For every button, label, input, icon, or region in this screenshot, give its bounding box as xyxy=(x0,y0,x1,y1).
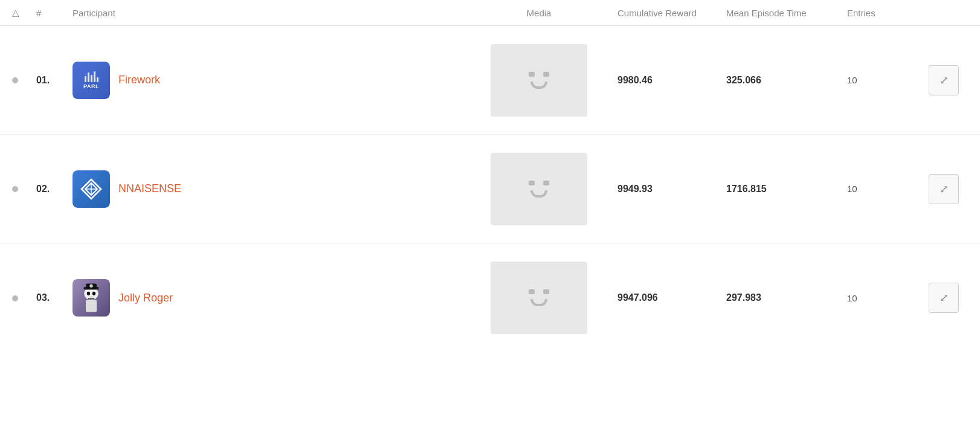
smiley-icon-1 xyxy=(529,72,549,89)
leaderboard-table: △ # Participant Media Cumulative Reward … xyxy=(0,0,980,447)
row-rank-3: 03. xyxy=(36,292,73,303)
time-value-2: 1716.815 xyxy=(726,184,767,194)
smiley-eye-left-2 xyxy=(529,181,535,185)
row-entries-3: 10 xyxy=(847,293,920,303)
participant-name-3: Jolly Roger xyxy=(118,292,173,304)
svg-rect-4 xyxy=(86,300,97,312)
row-delta-1 xyxy=(12,75,36,85)
media-placeholder-3 xyxy=(491,262,587,334)
header-rank: # xyxy=(36,8,73,18)
svg-point-10 xyxy=(92,292,95,295)
time-value-1: 325.066 xyxy=(726,75,761,85)
smiley-eye-left-3 xyxy=(529,289,535,294)
header-participant: Participant xyxy=(73,8,472,18)
header-reward: Cumulative Reward xyxy=(605,8,726,18)
table-row: 01. PARL xyxy=(0,26,980,135)
smiley-mouth-1 xyxy=(530,82,547,89)
row-action-1[interactable]: ⤢ xyxy=(920,65,968,95)
expand-button-3[interactable]: ⤢ xyxy=(929,283,959,313)
row-delta-2 xyxy=(12,184,36,194)
participant-name-2: NNAISENSE xyxy=(118,182,181,195)
participant-cell-1: PARL Firework xyxy=(73,62,472,99)
smiley-icon-2 xyxy=(529,181,549,198)
svg-point-8 xyxy=(89,285,92,288)
smiley-eye-right-3 xyxy=(543,289,549,294)
reward-value-2: 9949.93 xyxy=(617,184,653,194)
row-time-2: 1716.815 xyxy=(726,184,847,195)
row-media-1 xyxy=(472,44,605,117)
row-participant-3: Jolly Roger xyxy=(73,279,472,317)
smiley-eye-right-2 xyxy=(543,181,549,185)
row-action-2[interactable]: ⤢ xyxy=(920,174,968,204)
rank-number-1: 01. xyxy=(36,75,50,85)
media-placeholder-2 xyxy=(491,153,587,225)
participant-name-1: Firework xyxy=(118,74,160,86)
smiley-eye-right-1 xyxy=(543,72,549,77)
entries-value-1: 10 xyxy=(847,75,857,85)
participant-cell-2: NNAISENSE xyxy=(73,170,472,208)
status-dot-1 xyxy=(12,77,18,83)
table-row: 02. NNAISENSE xyxy=(0,135,980,243)
row-reward-1: 9980.46 xyxy=(605,75,726,86)
row-media-2 xyxy=(472,153,605,225)
rank-number-3: 03. xyxy=(36,292,50,303)
header-delta: △ xyxy=(12,7,36,18)
smiley-eyes-3 xyxy=(529,289,549,294)
row-rank-1: 01. xyxy=(36,75,73,86)
row-time-1: 325.066 xyxy=(726,75,847,86)
row-reward-3: 9947.096 xyxy=(605,292,726,303)
media-placeholder-1 xyxy=(491,44,587,117)
header-entries: Entries xyxy=(847,8,920,18)
status-dot-2 xyxy=(12,186,18,192)
row-action-3[interactable]: ⤢ xyxy=(920,283,968,313)
table-header: △ # Participant Media Cumulative Reward … xyxy=(0,0,980,26)
participant-cell-3: Jolly Roger xyxy=(73,279,472,317)
row-media-3 xyxy=(472,262,605,334)
row-participant-1: PARL Firework xyxy=(73,62,472,99)
svg-point-9 xyxy=(87,292,90,295)
smiley-eyes-2 xyxy=(529,181,549,185)
expand-button-2[interactable]: ⤢ xyxy=(929,174,959,204)
row-reward-2: 9949.93 xyxy=(605,184,726,195)
row-delta-3 xyxy=(12,293,36,303)
expand-button-1[interactable]: ⤢ xyxy=(929,65,959,95)
smiley-mouth-2 xyxy=(530,190,547,198)
avatar-nnaisense xyxy=(73,170,110,208)
reward-value-1: 9980.46 xyxy=(617,75,653,85)
header-time: Mean Episode Time xyxy=(726,8,847,18)
avatar-firework: PARL xyxy=(73,62,110,99)
rank-number-2: 02. xyxy=(36,184,50,194)
smiley-eye-left-1 xyxy=(529,72,535,77)
row-time-3: 297.983 xyxy=(726,292,847,303)
table-row: 03. xyxy=(0,243,980,352)
svg-point-11 xyxy=(91,295,92,297)
entries-value-3: 10 xyxy=(847,293,857,303)
entries-value-2: 10 xyxy=(847,184,857,194)
status-dot-3 xyxy=(12,295,18,301)
avatar-jollyroger xyxy=(73,279,110,317)
smiley-eyes-1 xyxy=(529,72,549,77)
nnaisense-logo-svg xyxy=(79,177,103,201)
reward-value-3: 9947.096 xyxy=(617,292,658,303)
smiley-mouth-3 xyxy=(530,299,547,306)
jollyroger-avatar-svg xyxy=(74,281,108,314)
row-participant-2: NNAISENSE xyxy=(73,170,472,208)
smiley-icon-3 xyxy=(529,289,549,306)
row-rank-2: 02. xyxy=(36,184,73,195)
row-entries-1: 10 xyxy=(847,75,920,85)
time-value-3: 297.983 xyxy=(726,292,761,303)
row-entries-2: 10 xyxy=(847,184,920,194)
header-media: Media xyxy=(472,8,605,18)
